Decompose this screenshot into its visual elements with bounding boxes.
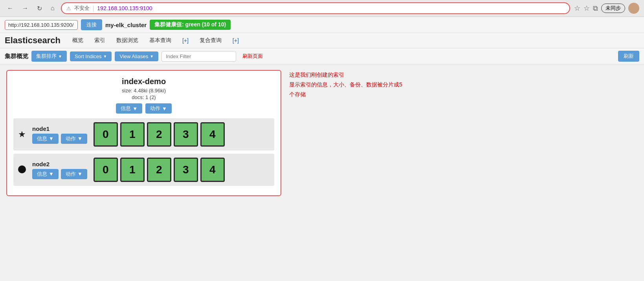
- node1-info-button[interactable]: 信息 ▼: [32, 134, 59, 144]
- not-secure-label: 不安全: [74, 5, 90, 12]
- node-row-node2: node2 信息 ▼ 动作 ▼ 0 1 2 3 4: [13, 154, 274, 186]
- node2-name: node2: [32, 161, 87, 167]
- browser-actions: ☆ ☆ ⧉ 未同步: [574, 3, 639, 14]
- node1-action-button[interactable]: 动作 ▼: [61, 134, 87, 144]
- tab-basic-plus[interactable]: [+]: [177, 35, 194, 46]
- node1-shard-4[interactable]: 4: [200, 122, 225, 147]
- node-row-node1: ★ node1 信息 ▼ 动作 ▼ 0 1 2 3: [13, 118, 274, 151]
- view-aliases-button[interactable]: View Aliases ▼: [115, 51, 158, 61]
- node1-shard-2[interactable]: 2: [147, 122, 171, 147]
- home-button[interactable]: ⌂: [48, 4, 57, 13]
- browser-chrome: ← → ↻ ⌂ ⚠ 不安全 | 192.168.100.135:9100 ☆ ☆…: [0, 0, 644, 17]
- cluster-name: my-elk_cluster: [105, 22, 147, 28]
- annotation: 这是我们刚创建的索引 显示索引的信息，大小、备份、数据被分片成5个存储: [289, 70, 407, 100]
- annotation-line1: 这是我们刚创建的索引: [289, 70, 407, 80]
- warning-icon: ⚠: [66, 6, 71, 11]
- node2-info-arrow-icon: ▼: [49, 171, 54, 177]
- connection-url-input[interactable]: [5, 20, 78, 30]
- node2-buttons: 信息 ▼ 动作 ▼: [32, 169, 87, 179]
- cluster-health-badge: 集群健康值: green (10 of 10): [150, 20, 231, 30]
- back-button[interactable]: ←: [5, 4, 16, 13]
- star-icon: ★: [18, 129, 26, 140]
- tab-complex-plus[interactable]: [+]: [227, 35, 244, 46]
- refresh-page-link[interactable]: 刷新页面: [242, 53, 263, 60]
- cluster-sort-arrow-icon: ▼: [58, 54, 62, 59]
- refresh-button[interactable]: 刷新: [618, 51, 639, 62]
- avatar: [628, 3, 639, 14]
- index-action-button[interactable]: 动作 ▼: [145, 103, 172, 114]
- tab-basic-query[interactable]: 基本查询: [144, 35, 177, 46]
- index-info-arrow-icon: ▼: [132, 106, 138, 112]
- forward-button[interactable]: →: [20, 4, 31, 13]
- favorites-icon[interactable]: ☆: [574, 4, 580, 13]
- separator: |: [93, 5, 94, 11]
- node2-shard-0[interactable]: 0: [94, 158, 118, 182]
- node1-shard-3[interactable]: 3: [174, 122, 198, 147]
- node1-buttons: 信息 ▼ 动作 ▼: [32, 134, 87, 144]
- tab-index[interactable]: 索引: [89, 35, 111, 46]
- index-filter-input[interactable]: [161, 51, 236, 62]
- node1-info-arrow-icon: ▼: [49, 136, 54, 141]
- refresh-button[interactable]: ↻: [35, 4, 44, 13]
- tab-overview[interactable]: 概览: [67, 35, 89, 46]
- index-info-button[interactable]: 信息 ▼: [116, 103, 142, 114]
- node1-info: node1 信息 ▼ 动作 ▼: [32, 125, 87, 144]
- bookmark-icon[interactable]: ☆: [583, 4, 590, 13]
- index-actions: 信息 ▼ 动作 ▼: [13, 103, 274, 114]
- node1-shards: 0 1 2 3 4: [94, 122, 225, 147]
- node2-info: node2 信息 ▼ 动作 ▼: [32, 161, 87, 179]
- view-aliases-arrow-icon: ▼: [150, 54, 154, 59]
- tab-icon[interactable]: ⧉: [593, 4, 598, 13]
- app-title: Elasticsearch: [5, 35, 61, 46]
- toolbar: 集群概览 集群排序 ▼ Sort Indices ▼ View Aliases …: [0, 48, 644, 64]
- index-size: size: 4.48ki (8.96ki): [13, 88, 274, 94]
- tab-browse[interactable]: 数据浏览: [111, 35, 144, 46]
- address-text: 192.168.100.135:9100: [97, 5, 565, 11]
- node1-shard-1[interactable]: 1: [120, 122, 145, 147]
- connect-button[interactable]: 连接: [81, 19, 102, 30]
- index-card: index-demo size: 4.48ki (8.96ki) docs: 1…: [6, 70, 281, 196]
- index-action-arrow-icon: ▼: [162, 106, 167, 112]
- section-label: 集群概览: [5, 53, 28, 60]
- sync-button[interactable]: 未同步: [601, 4, 625, 13]
- address-port: :9100: [138, 5, 152, 11]
- node1-action-arrow-icon: ▼: [77, 136, 83, 141]
- index-title: index-demo: [13, 77, 274, 86]
- sort-indices-button[interactable]: Sort Indices ▼: [70, 51, 112, 61]
- node2-info-button[interactable]: 信息 ▼: [32, 169, 59, 179]
- app-header: 连接 my-elk_cluster 集群健康值: green (10 of 10…: [0, 17, 644, 33]
- address-host: 192.168.100.135: [97, 5, 138, 11]
- index-docs: docs: 1 (2): [13, 94, 274, 100]
- node2-shard-2[interactable]: 2: [147, 158, 171, 182]
- annotation-line2: 显示索引的信息，大小、备份、数据被分片成5个存储: [289, 80, 407, 99]
- node1-shard-0[interactable]: 0: [94, 122, 118, 147]
- nav-bar: Elasticsearch 概览 索引 数据浏览 基本查询 [+] 复合查询 […: [0, 33, 644, 48]
- cluster-sort-button[interactable]: 集群排序 ▼: [31, 51, 67, 62]
- node1-name: node1: [32, 125, 87, 132]
- node2-shard-4[interactable]: 4: [200, 158, 225, 182]
- tab-complex-query[interactable]: 复合查询: [194, 35, 227, 46]
- node2-shard-1[interactable]: 1: [120, 158, 145, 182]
- main-content: index-demo size: 4.48ki (8.96ki) docs: 1…: [0, 64, 644, 202]
- address-bar[interactable]: ⚠ 不安全 | 192.168.100.135:9100: [61, 2, 570, 14]
- node2-shards: 0 1 2 3 4: [94, 158, 225, 182]
- sort-indices-arrow-icon: ▼: [103, 54, 107, 59]
- circle-icon: [18, 165, 26, 174]
- node2-action-button[interactable]: 动作 ▼: [61, 169, 87, 179]
- node2-action-arrow-icon: ▼: [77, 171, 83, 177]
- node2-shard-3[interactable]: 3: [174, 158, 198, 182]
